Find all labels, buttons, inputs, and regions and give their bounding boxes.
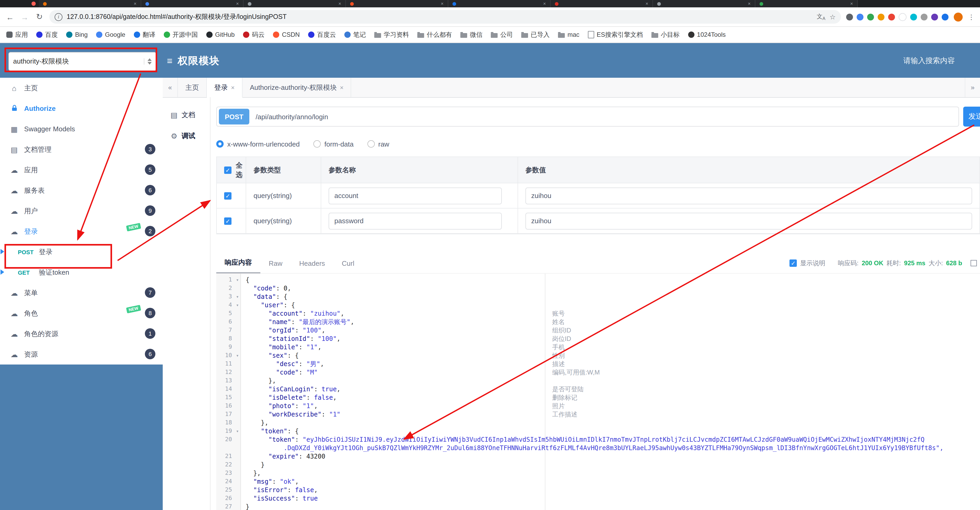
- translate-icon[interactable]: 文A: [817, 13, 826, 21]
- sidebar-item-authorize[interactable]: Authorize: [0, 98, 163, 119]
- fold-caret-icon[interactable]: ▾: [236, 293, 239, 301]
- extension-icon[interactable]: [857, 13, 864, 20]
- browser-tab[interactable]: ×: [243, 0, 346, 7]
- tabs-back-icon[interactable]: «: [163, 78, 178, 97]
- sidebar-item-home[interactable]: ⌂ 主页: [0, 78, 163, 98]
- menu-icon[interactable]: ≡: [167, 56, 172, 67]
- bookmark-item[interactable]: 应用: [6, 30, 28, 39]
- radio-form-data[interactable]: form-data: [313, 140, 353, 148]
- fold-caret-icon[interactable]: ▾: [236, 351, 239, 360]
- bookmark-item[interactable]: 小目标: [651, 30, 680, 39]
- bookmark-item[interactable]: Google: [96, 31, 125, 38]
- tab-curl[interactable]: Curl: [333, 253, 363, 273]
- address-bar[interactable]: i 127.0.0.1:8760/api/gate/doc.html#/auth…: [49, 10, 841, 24]
- tab-login[interactable]: 登录 ×: [207, 78, 242, 98]
- browser-menu-icon[interactable]: ⋮: [968, 13, 975, 21]
- sidebar-item-app[interactable]: ☁ 应用 5: [0, 160, 163, 180]
- checkbox-checked-icon[interactable]: [224, 192, 231, 199]
- window-close-button[interactable]: [32, 2, 36, 6]
- fold-caret-icon[interactable]: ▾: [236, 276, 239, 284]
- module-select[interactable]: authority-权限模块: [8, 52, 156, 71]
- header-search[interactable]: 请输入搜索内容: [904, 56, 955, 66]
- browser-tab[interactable]: ×: [39, 0, 141, 7]
- select-all-header[interactable]: 全选: [217, 157, 246, 183]
- tabs-forward-icon[interactable]: »: [965, 78, 980, 97]
- extension-icon[interactable]: [910, 13, 917, 20]
- tab-home[interactable]: 主页: [178, 78, 207, 97]
- forward-icon[interactable]: →: [20, 12, 29, 21]
- sidebar-item-service-table[interactable]: ☁ 服务表 6: [0, 180, 163, 201]
- sidebar-item-resource[interactable]: ☁ 资源 6: [0, 344, 163, 365]
- bookmark-item[interactable]: 开源中国: [164, 30, 197, 39]
- site-info-icon[interactable]: i: [54, 13, 62, 21]
- close-icon[interactable]: ×: [543, 1, 546, 6]
- send-button[interactable]: 发送: [963, 107, 980, 127]
- reload-icon[interactable]: ↻: [35, 12, 44, 22]
- param-value-input[interactable]: [525, 187, 972, 204]
- response-code-editor[interactable]: 1▾{2 "code": 0,3▾ "data": {4▾ "user": {5…: [216, 273, 980, 510]
- param-name-input[interactable]: [329, 212, 502, 229]
- extension-icon[interactable]: [942, 13, 948, 20]
- bookmark-item[interactable]: 已导入: [521, 30, 550, 39]
- bookmark-item[interactable]: 微信: [460, 30, 482, 39]
- panel-item-debug[interactable]: ⚙ 调试: [163, 126, 210, 147]
- tab-headers[interactable]: Headers: [291, 253, 333, 273]
- bookmark-item[interactable]: 1024Tools: [688, 31, 726, 38]
- panel-item-doc[interactable]: ▤ 文档: [163, 105, 210, 126]
- extension-icon[interactable]: [846, 13, 853, 20]
- bookmark-item[interactable]: 笔记: [344, 30, 366, 39]
- sidebar-item-verify-token-get[interactable]: GET 验证token: [0, 262, 163, 282]
- url-text[interactable]: 127.0.0.1:8760/api/gate/doc.html#/author…: [67, 12, 286, 21]
- table-row-checkbox[interactable]: [217, 183, 246, 209]
- bookmark-item[interactable]: 什么都有: [417, 30, 452, 39]
- tab-response-content[interactable]: 响应内容: [216, 253, 260, 274]
- radio-raw[interactable]: raw: [367, 140, 389, 148]
- browser-tab[interactable]: ×: [141, 0, 243, 7]
- fullscreen-icon[interactable]: [970, 260, 977, 266]
- sidebar-item-role-resource[interactable]: ☁ 角色的资源 1: [0, 324, 163, 344]
- bookmark-item[interactable]: 翻译: [134, 30, 155, 39]
- bookmark-item[interactable]: 学习资料: [374, 30, 409, 39]
- tab-authorize-authority[interactable]: Authorize-authority-权限模块 ×: [242, 78, 352, 97]
- avatar[interactable]: [954, 12, 963, 21]
- browser-tab[interactable]: ×: [346, 0, 448, 7]
- radio-x-www-form-urlencoded[interactable]: x-www-form-urlencoded: [216, 140, 300, 148]
- close-icon[interactable]: ×: [850, 1, 853, 6]
- back-icon[interactable]: ←: [5, 12, 15, 21]
- bookmark-item[interactable]: 公司: [491, 30, 513, 39]
- close-icon[interactable]: ×: [645, 1, 648, 6]
- extension-icon[interactable]: [921, 13, 928, 20]
- sidebar-item-menu[interactable]: ☁ 菜单 7: [0, 282, 163, 303]
- browser-tab[interactable]: ×: [653, 0, 755, 7]
- extension-icon[interactable]: [878, 13, 885, 20]
- close-icon[interactable]: ×: [338, 1, 341, 6]
- extension-icon[interactable]: [931, 13, 938, 20]
- browser-tab[interactable]: ×: [550, 0, 653, 7]
- checkbox-checked-icon[interactable]: [224, 217, 231, 225]
- bookmark-item[interactable]: 百度: [36, 30, 58, 39]
- show-description-checkbox[interactable]: 显示说明: [789, 259, 825, 268]
- bookmark-item[interactable]: CSDN: [273, 31, 300, 38]
- close-icon[interactable]: ×: [134, 1, 137, 6]
- table-row-checkbox[interactable]: [217, 209, 246, 234]
- bookmark-item[interactable]: mac: [558, 31, 579, 38]
- param-value-input[interactable]: [525, 212, 972, 229]
- bookmark-star-icon[interactable]: ☆: [830, 13, 836, 21]
- sidebar-item-user[interactable]: ☁ 用户 9: [0, 201, 163, 221]
- bookmark-item[interactable]: GitHub: [206, 31, 235, 38]
- sidebar-item-role[interactable]: ☁ 角色 NEW 8: [0, 303, 163, 324]
- browser-tab[interactable]: ×: [448, 0, 550, 7]
- bookmark-item[interactable]: ES搜索引擎文档: [588, 30, 643, 39]
- sidebar-item-login-post[interactable]: POST 登录: [0, 242, 163, 262]
- close-icon[interactable]: ×: [231, 84, 235, 91]
- close-icon[interactable]: ×: [236, 1, 239, 6]
- sidebar-item-doc-manage[interactable]: ▤ 文档管理 3: [0, 139, 163, 160]
- sidebar-item-login[interactable]: ☁ 登录 NEW 2: [0, 221, 163, 242]
- close-icon[interactable]: ×: [340, 84, 344, 91]
- bookmark-item[interactable]: Bing: [66, 31, 88, 38]
- sidebar-item-swagger-models[interactable]: ▦ Swagger Models: [0, 119, 163, 139]
- tab-raw[interactable]: Raw: [260, 253, 291, 273]
- bookmark-item[interactable]: 码云: [243, 30, 264, 39]
- extension-icon[interactable]: [867, 13, 874, 20]
- browser-tab[interactable]: ×: [755, 0, 858, 7]
